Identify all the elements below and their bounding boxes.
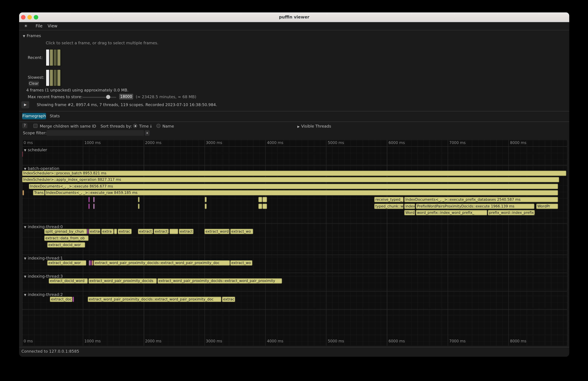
flamegraph-scope-bar[interactable]: PrefixWordPairsProximityDocids::execute … [416,204,534,209]
clear-frames-button[interactable]: Clear [28,81,39,86]
frame-strip[interactable] [57,70,61,86]
flamegraph-scope-bar[interactable] [22,151,23,157]
recent-frames-thumbnail[interactable] [46,49,61,66]
max-frames-slider[interactable] [83,95,116,99]
flamegraph-scope-bar[interactable]: extract::data_from_ob [44,235,89,241]
frame-strip[interactable] [54,70,57,86]
flamegraph-scope-bar[interactable] [138,204,139,209]
menu-file[interactable]: File [36,22,42,30]
flamegraph-scope-bar[interactable] [92,260,93,266]
flamegraph-scope-bar[interactable]: extract_docid_wor [47,260,86,266]
flamegraph-scope-bar[interactable]: extract_ [154,229,169,234]
frames-section-header[interactable]: ▼Frames [23,33,41,39]
theme-toggle-icon[interactable]: ☀ [24,22,28,30]
flamegraph-scope-bar[interactable] [262,197,267,202]
slowest-frames-thumbnail[interactable] [46,69,61,86]
flamegraph-scope-bar[interactable] [169,229,178,234]
flamegraph-scope-bar[interactable] [205,197,207,202]
flamegraph-scope-bar[interactable]: extra [101,229,114,234]
clear-filter-button[interactable]: x [145,130,150,136]
frame-strip[interactable] [50,70,53,86]
ruler-label-bottom: 2000 ms [145,339,161,344]
sort-name-radio[interactable] [156,124,161,128]
play-button[interactable]: ▶ [21,101,29,108]
flamegraph-scope-bar[interactable] [73,297,74,302]
flamegraph-scope-bar[interactable]: word_prefix::index_word_prefix_ [416,210,487,215]
flamegraph-scope-bar[interactable]: extract_word_pair_proximity_docids::extr… [158,278,282,283]
flamegraph-scope-bar[interactable]: index [404,204,415,209]
thread-name: batch-operation [28,166,59,171]
sort-name-label[interactable]: Name [162,124,174,128]
flamegraph-scope-bar[interactable]: extract_docid_wor [47,242,85,248]
frame-strip[interactable] [57,49,61,66]
flamegraph-scope-bar[interactable]: extract_word [204,229,230,234]
frames-section-label: Frames [27,33,41,38]
flamegraph-scope-bar[interactable] [138,197,139,202]
max-frames-value[interactable]: 18000 [119,94,133,100]
flamegraph-scope-bar[interactable]: receive_typed_ [374,197,403,202]
flamegraph-scope-bar[interactable]: extrac [118,229,132,234]
flamegraph-scope-bar[interactable]: WordPr [536,204,558,209]
flamegraph-scope-bar[interactable] [258,204,262,209]
flamegraph-scope-bar[interactable] [22,190,24,195]
flamegraph-scope-bar[interactable] [262,204,267,209]
flamegraph-scope-bar[interactable] [93,197,94,202]
slider-knob[interactable] [106,95,110,99]
ruler-label-bottom: 0 ms [24,339,33,344]
flamegraph-scope-bar[interactable] [90,260,92,266]
section-separator [22,291,567,291]
tab-stats[interactable]: Stats [48,113,61,119]
thread-header[interactable]: ▼scheduler [24,147,47,152]
flamegraph-scope-bar[interactable]: extract_word_pair_proximity_docids::extr… [94,260,230,266]
flamegraph-scope-bar[interactable]: IndexDocuments<_, _>::execute 8656.677 m… [29,184,558,189]
frame-strip[interactable] [50,49,53,66]
flamegraph-scope-bar[interactable] [93,204,94,209]
ruler-label-top: 1000 ms [84,141,101,145]
window-titlebar[interactable]: puffin viewer [19,12,569,22]
sort-time-label[interactable]: Time [139,124,149,128]
menu-view[interactable]: View [48,22,57,30]
sort-time-radio[interactable] [133,124,137,128]
flamegraph-scope-bar[interactable]: IndexDocuments<_, _>::execute_raw 8459.1… [45,190,558,195]
flamegraph-scope-bar[interactable]: IndexScheduler>::apply_index_operation 8… [22,177,559,182]
flamegraph-scope-bar[interactable]: extract_wo [230,229,253,234]
flamegraph-scope-bar[interactable]: extract_wo [230,260,252,266]
slider-track[interactable] [83,97,116,98]
flamegraph-scope-bar[interactable]: extract [179,229,193,234]
flamegraph-scope-bar[interactable] [88,204,90,209]
frame-strip[interactable] [46,49,49,66]
flamegraph-scope-bar[interactable]: extract_word_pair_proximity_docids::extr… [88,297,221,302]
flamegraph-canvas[interactable]: 0 ms0 ms1000 ms1000 ms2000 ms2000 ms3000… [22,140,567,346]
flamegraph-scope-bar[interactable]: extract_doc [50,297,72,302]
flamegraph-scope-bar[interactable] [88,197,90,202]
visible-threads-toggle[interactable]: ▶Visible Threads [297,124,331,129]
flamegraph-scope-bar[interactable]: extract_ [138,229,153,234]
collapse-icon: ▼ [24,257,26,260]
flamegraph-scope-bar[interactable] [89,260,90,266]
flamegraph-scope-bar[interactable]: typed_chunk::w [374,204,403,209]
frame-strip[interactable] [54,49,57,66]
scope-filter-input[interactable] [46,130,144,136]
flamegraph-scope-bar[interactable]: prefix_word::index_prefix_wo [488,210,535,215]
flamegraph-scope-bar[interactable] [258,197,262,202]
flamegraph-scope-bar[interactable]: extrac [222,297,235,302]
flamegraph-scope-bar[interactable]: extract_word_pair_proximity_docids [88,278,157,283]
flamegraph-scope-bar[interactable]: split_grenad_by_chun [44,229,87,234]
merge-children-label[interactable]: Merge children with same ID [40,124,96,128]
frame-strip[interactable] [46,70,49,86]
flamegraph-scope-bar[interactable] [205,204,207,209]
flamegraph-scope-bar[interactable]: Word [404,210,415,215]
flamegraph-scope-bar[interactable]: IndexScheduler>::process_batch 8953.821 … [22,171,566,176]
merge-children-checkbox[interactable] [33,124,38,128]
ruler-label-bottom: 8000 ms [510,339,526,344]
flamegraph-scope-bar[interactable]: extract [89,229,101,234]
help-button[interactable]: ? [22,123,27,128]
flamegraph-scope-bar[interactable] [114,229,117,234]
flamegraph-scope-bar[interactable]: Trans [33,190,45,195]
flamegraph-scope-bar[interactable] [87,229,89,234]
tab-flamegraph[interactable]: Flamegraph [22,113,46,119]
collapse-icon: ▼ [24,148,26,152]
ruler-label-bottom: 4000 ms [267,339,283,344]
flamegraph-scope-bar[interactable]: IndexDocuments<_, _>::execute_prefix_dat… [404,197,558,202]
flamegraph-scope-bar[interactable]: extract_docid_word [49,278,88,283]
